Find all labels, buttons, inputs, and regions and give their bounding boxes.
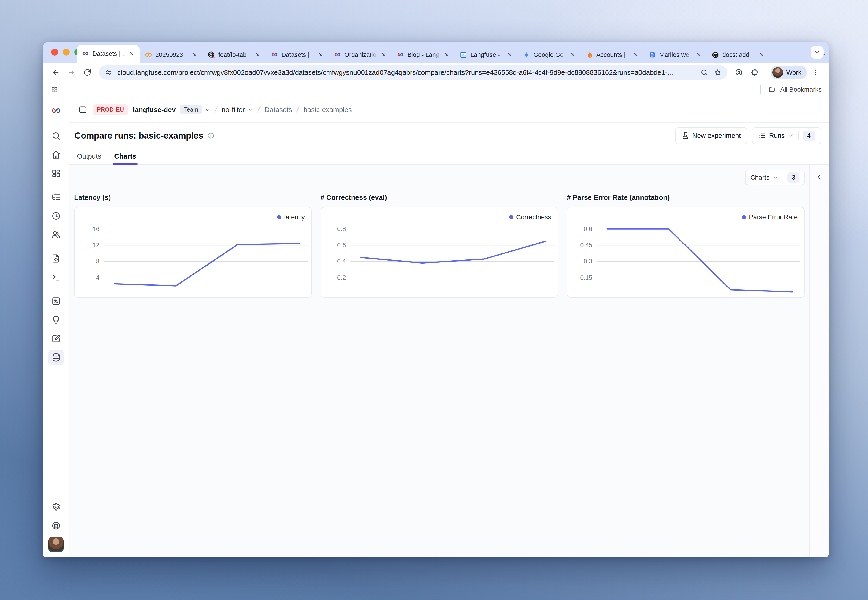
github-favicon-icon [712,51,719,59]
close-tab-icon[interactable] [695,51,703,59]
playground-terminal-icon [52,273,61,282]
tab-search-button[interactable] [810,46,824,59]
app-sidebar [43,97,70,558]
sidebar-item-prompts-file-code[interactable] [49,251,64,266]
browser-tab[interactable]: Marlies we [643,47,707,62]
page-header: Compare runs: basic-examples New experim… [70,123,829,148]
colab-favicon-icon [145,51,152,59]
main-column: PROD-EU langfuse-dev Team / no-filter / … [70,97,829,558]
close-tab-icon[interactable] [569,51,577,59]
browser-tab[interactable]: Datasets | [266,47,329,62]
close-tab-icon[interactable] [632,51,639,59]
tab-title: Blog - Lang [407,52,440,59]
breadcrumb-org[interactable]: langfuse-dev [133,106,176,114]
tab-title: Langfuse - [470,52,503,59]
browser-tab[interactable]: Blog - Lang [392,47,455,62]
sidebar-item-users[interactable] [49,227,64,242]
runs-count-badge: 4 [803,130,815,141]
new-experiment-button[interactable]: New experiment [675,127,747,144]
charts-dropdown-button[interactable]: Charts 3 [745,170,804,185]
sidebar-item-insights-lightbulb[interactable] [49,312,64,327]
legend-dot-icon [277,215,281,219]
close-tab-icon[interactable] [443,51,451,59]
side-panel-rail [809,165,829,558]
sidebar-item-playground-terminal[interactable] [49,270,64,285]
tab-title: feat(io-tab [219,52,251,59]
bookmark-star-icon[interactable] [713,68,722,77]
svg-text:0.45: 0.45 [580,242,592,248]
chart-title: # Parse Error Rate (annotation) [567,194,804,202]
close-tab-icon[interactable] [191,51,199,59]
browser-tab[interactable]: Organizatio [329,47,392,62]
langfuse-logo-icon[interactable] [49,103,64,118]
minimize-window-button[interactable] [63,48,70,56]
zoom-icon[interactable] [700,68,709,77]
search-icon [52,131,61,141]
close-tab-icon[interactable] [128,50,135,58]
legend-label: latency [284,214,305,221]
profile-avatar [772,67,783,78]
close-window-button[interactable] [51,48,58,56]
sidebar-toggle-icon[interactable] [78,105,88,115]
info-icon[interactable] [207,132,214,139]
url-text[interactable]: cloud.langfuse.com/project/cmfwgv8fx002o… [117,68,695,76]
sidebar-item-dashboard[interactable] [49,166,64,181]
close-tab-icon[interactable] [758,51,765,59]
forward-button[interactable] [65,65,79,79]
browser-tab[interactable]: Accounts | [581,47,643,62]
chart-block: # Parse Error Rate (annotation)Parse Err… [567,194,804,298]
browser-tab[interactable]: feat(io-tab [203,47,266,62]
extensions-icon[interactable] [748,65,762,79]
sidebar-item-settings-gear[interactable] [49,499,64,515]
breadcrumb-current[interactable]: basic-examples [303,106,352,114]
browser-tab[interactable]: docs: add [707,47,769,62]
tab-list: Datasets | L20250923feat(io-tabDatasets … [77,42,814,62]
tab-outputs[interactable]: Outputs [76,152,103,164]
chevron-down-icon [772,174,778,180]
sidebar-item-tracing[interactable] [49,189,64,205]
sidebar-item-annotation-pen[interactable] [49,331,64,346]
reload-button[interactable] [80,65,94,79]
tab-divider [329,51,329,59]
browser-tab[interactable]: Datasets | L [77,45,140,62]
close-tab-icon[interactable] [317,51,325,59]
browser-tab[interactable]: 6Langfuse - [455,47,517,62]
close-tab-icon[interactable] [254,51,261,59]
address-bar[interactable]: cloud.langfuse.com/project/cmfwgv8fx002o… [99,65,727,80]
sidebar-item-datasets-database[interactable] [49,350,64,365]
browser-tab-strip: Datasets | L20250923feat(io-tabDatasets … [43,42,829,62]
all-bookmarks-button[interactable]: All Bookmarks [780,86,822,93]
privacy-icon[interactable] [732,65,746,79]
breadcrumb-datasets-link[interactable]: Datasets [265,106,292,114]
project-dropdown[interactable]: no-filter [222,106,253,114]
svg-text:8: 8 [96,258,99,265]
close-tab-icon[interactable] [506,51,513,59]
sidebar-item-sessions-clock[interactable] [49,208,64,224]
gemini-favicon-icon [523,51,530,59]
sidebar-item-home[interactable] [49,147,64,162]
user-avatar[interactable] [49,537,64,552]
collapse-panel-button[interactable] [813,171,826,184]
browser-tab[interactable]: 20250923 [140,47,203,62]
tab-title: Google Ge [533,52,566,59]
close-tab-icon[interactable] [380,51,387,59]
chart-block: # Correctness (eval)Correctness0.20.40.6… [320,194,558,298]
browser-menu-button[interactable] [809,65,822,79]
sidebar-item-search[interactable] [49,128,64,144]
svg-text:0.6: 0.6 [584,226,592,232]
sidebar-item-evals-percent[interactable] [49,294,64,309]
tab-title: 20250923 [155,52,188,59]
browser-tab[interactable]: Google Ge [517,47,581,62]
back-button[interactable] [49,65,63,79]
org-type-dropdown[interactable]: Team [180,105,210,114]
apps-grid-icon[interactable] [50,85,59,94]
site-settings-icon[interactable] [104,68,113,77]
tab-divider [643,51,644,59]
sidebar-item-support-lifebuoy[interactable] [49,518,64,533]
runs-dropdown-button[interactable]: Runs 4 [752,127,821,144]
browser-profile-button[interactable]: Work [771,65,807,79]
langfuse-favicon-icon [82,50,89,58]
breadcrumb-separator: / [257,105,261,114]
tab-divider [581,51,581,59]
tab-charts[interactable]: Charts [113,152,138,164]
